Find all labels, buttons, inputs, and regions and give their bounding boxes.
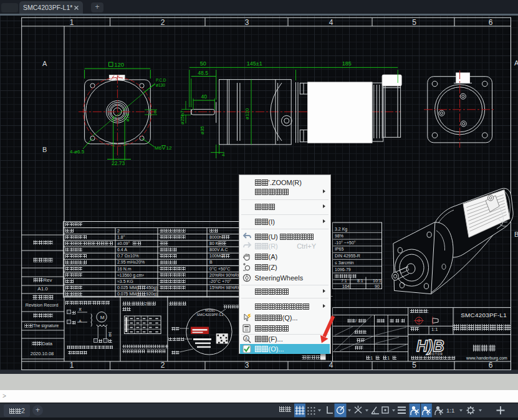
svg-text:-10° ~+50°: -10° ~+50° (335, 241, 356, 245)
svg-text:B: B (209, 260, 213, 264)
svg-text:4: 4 (222, 152, 225, 158)
svg-text:≤ 3arcmin: ≤ 3arcmin (335, 260, 354, 265)
svg-text:ø120: ø120 (244, 108, 250, 120)
svg-text:≈3.5 KG: ≈3.5 KG (117, 279, 133, 284)
svg-text:6.4 A: 6.4 A (117, 247, 127, 252)
svg-text:3: 3 (245, 18, 249, 27)
svg-text:8000h: 8000h (209, 235, 222, 239)
svg-text:800V A.C: 800V A.C (209, 247, 228, 252)
svg-text:/: / (356, 318, 357, 323)
svg-text:450g): 450g) (146, 285, 157, 290)
svg-text:A1.0: A1.0 (37, 286, 48, 292)
svg-text:22.73: 22.73 (112, 160, 125, 166)
svg-text:98%: 98% (335, 234, 343, 238)
svg-text:4-ø6.5: 4-ø6.5 (70, 149, 85, 155)
svg-text:Data: Data (42, 341, 52, 346)
svg-text:1:1: 1:1 (431, 327, 438, 332)
svg-text:DIN 42955-R: DIN 42955-R (335, 254, 360, 258)
svg-text:≈13560 g.cm²: ≈13560 g.cm² (117, 273, 144, 278)
svg-text:2: 2 (117, 229, 120, 233)
svg-text:12: 12 (166, 145, 172, 151)
svg-text:2: 2 (161, 18, 165, 27)
svg-text:±0.09°: ±0.09° (117, 241, 130, 246)
svg-text:0.025 MM(: 0.025 MM( (117, 285, 138, 290)
svg-text:M6: M6 (155, 145, 162, 151)
svg-text:16 N.m: 16 N.m (117, 267, 132, 271)
svg-text:185: 185 (342, 60, 352, 67)
svg-text:120: 120 (114, 61, 124, 68)
svg-text:0°C +50°C: 0°C +50°C (209, 267, 230, 271)
svg-text:B: B (42, 146, 47, 153)
svg-text:1: 1 (387, 355, 390, 361)
svg-text:5: 5 (412, 361, 416, 370)
svg-text:7:1: 7:1 (341, 279, 347, 283)
svg-text:4: 4 (329, 361, 333, 370)
svg-text:www.handerburg.com: www.handerburg.com (466, 356, 507, 361)
svg-text:6: 6 (489, 361, 493, 370)
svg-text:145±1: 145±1 (247, 60, 262, 67)
svg-text:M: M (100, 315, 105, 320)
svg-text:ø25h7: ø25h7 (180, 110, 185, 125)
svg-text:A: A (244, 336, 247, 341)
svg-text:920g): 920g) (146, 292, 157, 297)
svg-text:ø19: ø19 (125, 113, 130, 122)
svg-text:1: 1 (70, 361, 74, 370)
svg-text:15%RH 98%RH: 15%RH 98%RH (209, 285, 241, 290)
svg-text:6: 6 (489, 18, 493, 27)
svg-text:A: A (514, 59, 518, 67)
svg-text:MODEL: MODEL (205, 309, 216, 312)
svg-text:P.C.D: P.C.D (156, 78, 166, 82)
svg-text:2: 2 (145, 301, 147, 307)
svg-text:2020.10.08: 2020.10.08 (31, 351, 54, 356)
svg-text:H)B: H)B (416, 337, 444, 355)
svg-text:1096-79: 1096-79 (335, 267, 351, 272)
svg-text:SMC4203PF-L1: SMC4203PF-L1 (461, 312, 507, 318)
svg-text:1.8°: 1.8° (117, 235, 125, 239)
svg-text:ø35: ø35 (199, 126, 205, 135)
svg-text:1: 1 (370, 355, 373, 361)
svg-text:2.95 mH±20%: 2.95 mH±20% (117, 260, 145, 264)
svg-text:2: 2 (161, 361, 165, 370)
svg-text::: : (428, 308, 429, 314)
svg-text:A: A (42, 60, 47, 67)
svg-text:50: 50 (200, 60, 206, 67)
svg-text:80 K: 80 K (209, 241, 219, 246)
svg-text:ø130: ø130 (156, 83, 165, 87)
svg-text:164: 164 (342, 284, 350, 289)
svg-text:5: 5 (412, 18, 416, 27)
svg-text:90: 90 (375, 284, 380, 289)
svg-text:8: 8 (154, 110, 156, 114)
svg-text:M O T O R: M O T O R (429, 353, 443, 356)
svg-text:4: 4 (329, 18, 333, 27)
svg-text:B: B (514, 231, 518, 238)
svg-text:IP65: IP65 (335, 247, 344, 251)
svg-text:0.075 MM(: 0.075 MM( (117, 292, 138, 297)
svg-text:3: 3 (245, 361, 249, 370)
svg-text:-20°C +70°: -20°C +70° (209, 279, 231, 284)
svg-text:20%RH 90%RH: 20%RH 90%RH (209, 273, 241, 277)
svg-text:3.2 Kg: 3.2 Kg (335, 227, 347, 232)
svg-text:10:1: 10:1 (373, 279, 381, 283)
svg-text:Rev: Rev (43, 277, 52, 283)
svg-text:0.7 Ω±10%: 0.7 Ω±10% (117, 254, 139, 258)
svg-text:The signature: The signature (33, 323, 59, 328)
svg-text:B: B (109, 333, 112, 337)
svg-text:40: 40 (201, 93, 207, 100)
svg-text:Revision Record: Revision Record (26, 302, 59, 308)
svg-text:48.5: 48.5 (198, 70, 208, 76)
svg-text:1: 1 (70, 18, 74, 27)
svg-text:8:1: 8:1 (357, 279, 363, 283)
